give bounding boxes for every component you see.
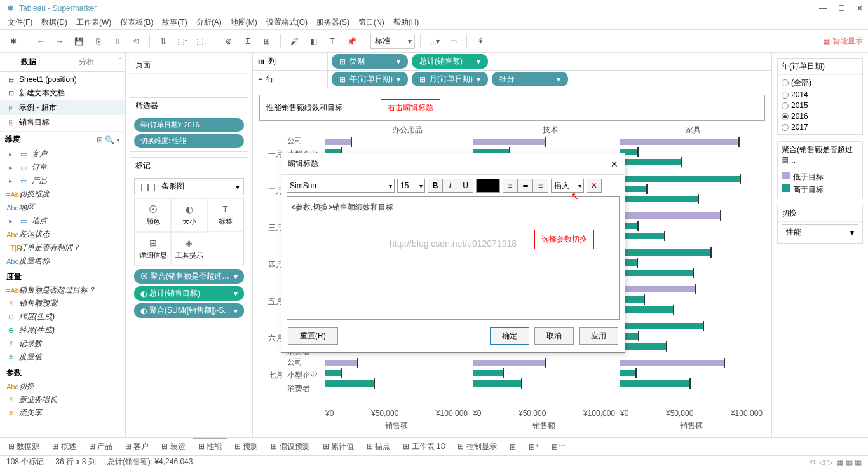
fit-selector[interactable]: 标准 [370, 34, 415, 49]
sheet-tab[interactable]: ⊞ 性能 [193, 438, 227, 455]
shelf-pill[interactable]: ⊞年(订单日期)▾ [332, 72, 408, 86]
data-tab[interactable]: 数据 [0, 53, 58, 71]
worksheet-title[interactable]: 性能销售额绩效和目标 右击编辑标题 [259, 95, 765, 121]
sheet-tab[interactable]: ⊞ 控制显示 [452, 438, 502, 455]
underline-button[interactable]: U [458, 179, 473, 193]
bar[interactable] [325, 370, 341, 376]
shelf-pill[interactable]: ⊞月(订单日期)▾ [412, 72, 488, 86]
shelf-pill[interactable]: 细分▾ [492, 72, 568, 86]
year-radio[interactable]: 2015 [782, 101, 858, 110]
font-size-select[interactable]: 15 [397, 179, 425, 193]
shelf-pill[interactable]: ⊞类别▾ [332, 54, 408, 69]
sort-desc-icon[interactable]: ⬚↓ [193, 33, 210, 50]
align-center-button[interactable]: ≣ [518, 179, 533, 193]
field-item[interactable]: ▸▭产品 [0, 174, 125, 188]
menu-item[interactable]: 设置格式(O) [266, 17, 308, 28]
sort-asc-icon[interactable]: ⬚↑ [174, 33, 191, 50]
field-item[interactable]: =Abc销售额是否超过目标？ [0, 284, 125, 297]
mark-cell[interactable]: ⊞详细信息 [135, 232, 171, 266]
save-icon[interactable]: 💾 [71, 33, 87, 50]
filter-pill[interactable]: 切换维度: 性能 [134, 134, 244, 148]
sheet-tab[interactable]: ⊞ 客户 [119, 438, 154, 455]
view-grid-icon[interactable]: ▦ ▦ ▦ [836, 458, 862, 467]
bar[interactable] [620, 323, 703, 329]
field-item[interactable]: Abc度量名称 [0, 254, 125, 268]
menu-item[interactable]: 帮助(H) [393, 17, 419, 28]
sheet-tab[interactable]: ⊞ 工作表 18 [397, 438, 451, 455]
refresh-icon[interactable]: ⟲ [128, 33, 144, 50]
labels-icon[interactable]: ⊞ [259, 33, 275, 50]
dialog-close-icon[interactable]: ✕ [611, 159, 618, 169]
field-item[interactable]: ▸▭订单 [0, 161, 125, 174]
bar[interactable] [620, 139, 738, 145]
mark-type-selector[interactable]: ❘❘❘条形图 [134, 178, 244, 195]
font-family-select[interactable]: SimSun [287, 179, 395, 193]
swap-icon[interactable]: ⇅ [155, 33, 172, 50]
menu-item[interactable]: 仪表板(B) [120, 17, 153, 28]
bar[interactable] [325, 139, 351, 145]
apply-button[interactable]: 应用 [579, 327, 618, 345]
bar[interactable] [620, 159, 681, 165]
sheet-tab[interactable]: ⊞ 概述 [46, 438, 81, 455]
year-radio[interactable]: 2017 [782, 123, 858, 132]
field-item[interactable]: =T|F订单是否有利润？ [0, 241, 125, 254]
new-sheet-icon[interactable]: ⊞⁺ [523, 439, 545, 455]
fields-menu-icon[interactable]: ▾ [116, 135, 120, 144]
new-sheet-icon[interactable]: ⊞ [504, 439, 522, 455]
new-datasource-icon[interactable]: ⎘ [90, 33, 106, 50]
field-item[interactable]: Abc装运状态 [0, 228, 125, 241]
columns-shelf[interactable]: iii列 [253, 53, 328, 70]
view-nav-icon[interactable]: ◁ ▷ [819, 458, 832, 467]
analysis-tab[interactable]: 分析 [58, 53, 116, 71]
align-right-button[interactable]: ≡ [533, 179, 548, 193]
ok-button[interactable]: 确定 [490, 327, 529, 345]
sheet-tab[interactable]: ⊞ 预测 [229, 438, 264, 455]
mark-cell[interactable]: ◐大小 [171, 198, 207, 232]
italic-button[interactable]: I [443, 179, 458, 193]
pin-icon[interactable]: 📌 [343, 33, 360, 50]
mark-pill[interactable]: ◐总计(销售目标)▾ [134, 286, 244, 301]
datasource-item[interactable]: ⎘示例 - 超市 [0, 100, 125, 115]
filter-fields-icon[interactable]: ⊞ [97, 135, 103, 144]
close-icon[interactable]: ✕ [857, 4, 863, 13]
share-icon[interactable]: ⚘ [472, 33, 489, 50]
field-item[interactable]: #记录数 [0, 337, 125, 350]
sheet-tab[interactable]: ⊞ 累计值 [317, 438, 360, 455]
datasource-item[interactable]: ⎘销售目标 [0, 115, 125, 130]
tableau-home-icon[interactable]: ✱ [5, 33, 22, 50]
field-item[interactable]: ▸▭地点 [0, 214, 125, 228]
bar[interactable] [325, 360, 357, 366]
legend-item[interactable]: 低于目标 [782, 172, 858, 182]
undo-icon[interactable]: ← [32, 33, 49, 50]
show-me-button[interactable]: ▦ 智能显示 [823, 36, 863, 46]
sheet-tab[interactable]: ⊞ 装运 [156, 438, 191, 455]
menu-item[interactable]: 工作表(W) [76, 17, 111, 28]
sheet-tab[interactable]: ⊞ 假设预测 [265, 438, 315, 455]
presentation-icon[interactable]: ▭ [445, 33, 461, 50]
show-cards-icon[interactable]: ⬚▾ [426, 33, 442, 50]
bar[interactable] [620, 270, 693, 276]
menu-item[interactable]: 地图(M) [231, 17, 257, 28]
mark-pill[interactable]: ◐聚合(SUM([销售额])-S...▾ [134, 303, 244, 318]
menu-item[interactable]: 窗口(N) [358, 17, 384, 28]
mark-cell[interactable]: ◈工具提示 [171, 232, 207, 266]
mark-cell[interactable]: ⦿颜色 [135, 198, 171, 232]
year-radio[interactable]: (全部) [782, 78, 858, 88]
menu-item[interactable]: 文件(F) [8, 17, 32, 28]
font-color-select[interactable] [476, 179, 500, 193]
mark-pill[interactable]: ⦿聚合(销售额是否超过目...▾ [134, 269, 244, 284]
reset-button[interactable]: 重置(R) [288, 327, 338, 345]
legend-item[interactable]: 高于目标 [782, 184, 858, 195]
datasource-item[interactable]: ⊞新建文本文档 [0, 86, 125, 100]
field-item[interactable]: #销售额预测 [0, 297, 125, 310]
bar[interactable] [620, 249, 710, 256]
field-item[interactable]: ⊕经度(生成) [0, 324, 125, 337]
datasource-item[interactable]: ⊞Sheet1 (position) [0, 73, 125, 86]
maximize-icon[interactable]: ☐ [838, 4, 845, 13]
bar[interactable] [620, 380, 689, 387]
group-icon[interactable]: ⊚ [220, 33, 237, 50]
title-editor[interactable]: <参数.切换>销售额绩效和目标 http://blog.csdn.net/u01… [287, 196, 620, 320]
field-item[interactable]: ⊕纬度(生成) [0, 310, 125, 324]
field-item[interactable]: =Abc切换维度 [0, 188, 125, 201]
panel-menu-icon[interactable]: ▫ [115, 53, 125, 71]
